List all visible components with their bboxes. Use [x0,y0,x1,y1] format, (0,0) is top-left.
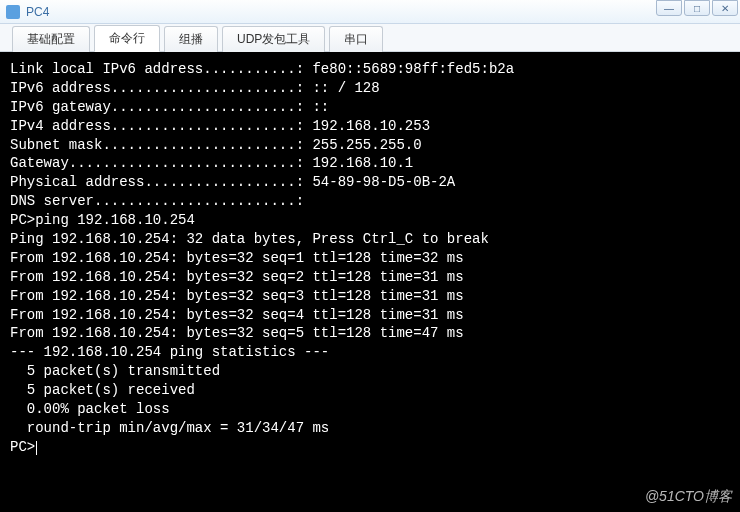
terminal-line: Link local IPv6 address...........: fe80… [10,60,730,79]
tab-bar: 基础配置 命令行 组播 UDP发包工具 串口 [0,24,740,52]
tab-serial[interactable]: 串口 [329,26,383,52]
terminal-line: DNS server........................: [10,192,730,211]
window-controls: — □ ✕ [656,0,738,16]
terminal-line: From 192.168.10.254: bytes=32 seq=4 ttl=… [10,306,730,325]
tab-basic-config[interactable]: 基础配置 [12,26,90,52]
terminal-line: From 192.168.10.254: bytes=32 seq=3 ttl=… [10,287,730,306]
terminal-line: IPv6 address......................: :: /… [10,79,730,98]
terminal-line: Ping 192.168.10.254: 32 data bytes, Pres… [10,230,730,249]
terminal-line: PC>ping 192.168.10.254 [10,211,730,230]
tab-multicast[interactable]: 组播 [164,26,218,52]
app-icon [6,5,20,19]
watermark-text: @51CTO博客 [645,488,732,506]
tab-label: 串口 [344,32,368,46]
terminal-cursor [36,441,37,455]
tab-label: UDP发包工具 [237,32,310,46]
window-title: PC4 [26,5,49,19]
terminal-line: Physical address..................: 54-8… [10,173,730,192]
tab-label: 组播 [179,32,203,46]
maximize-button[interactable]: □ [684,0,710,16]
tab-udp-tool[interactable]: UDP发包工具 [222,26,325,52]
tab-label: 基础配置 [27,32,75,46]
terminal-line: 5 packet(s) transmitted [10,362,730,381]
terminal-line: From 192.168.10.254: bytes=32 seq=1 ttl=… [10,249,730,268]
terminal-line: PC> [10,438,730,457]
terminal-line: IPv4 address......................: 192.… [10,117,730,136]
tab-command-line[interactable]: 命令行 [94,25,160,52]
terminal-line: 5 packet(s) received [10,381,730,400]
terminal-line: --- 192.168.10.254 ping statistics --- [10,343,730,362]
terminal-line: Subnet mask.......................: 255.… [10,136,730,155]
terminal-line: 0.00% packet loss [10,400,730,419]
terminal-line: round-trip min/avg/max = 31/34/47 ms [10,419,730,438]
terminal-output[interactable]: Link local IPv6 address...........: fe80… [0,52,740,512]
tab-label: 命令行 [109,31,145,45]
title-bar: PC4 — □ ✕ [0,0,740,24]
terminal-line: From 192.168.10.254: bytes=32 seq=5 ttl=… [10,324,730,343]
terminal-line: IPv6 gateway......................: :: [10,98,730,117]
minimize-button[interactable]: — [656,0,682,16]
terminal-line: From 192.168.10.254: bytes=32 seq=2 ttl=… [10,268,730,287]
close-button[interactable]: ✕ [712,0,738,16]
terminal-line: Gateway...........................: 192.… [10,154,730,173]
